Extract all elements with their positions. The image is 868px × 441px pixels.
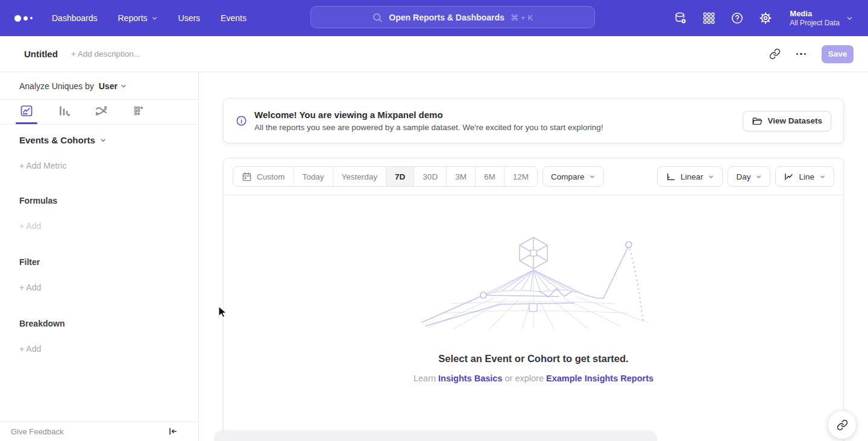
project-scope: All Project Data [790, 19, 840, 28]
global-search-input[interactable]: Open Reports & Dashboards ⌘ + K [310, 6, 595, 28]
nav-label: Events [221, 13, 247, 23]
folder-icon [752, 116, 763, 127]
range-label: Today [303, 172, 324, 181]
chart-card: Custom Today Yesterday 7D 30D 3M 6M 12M … [223, 158, 844, 441]
range-7d[interactable]: 7D [386, 167, 414, 186]
section-heading: Formulas [19, 196, 57, 205]
compare-dropdown[interactable]: Compare [542, 166, 605, 187]
visualization-tabs [0, 100, 198, 125]
bar-chart-icon [57, 104, 71, 118]
section-formulas: Formulas [19, 196, 198, 205]
section-heading: Breakdown [19, 319, 64, 328]
empty-state: Select an Event or Cohort to get started… [224, 195, 843, 383]
banner-title: Welcome! You are viewing a Mixpanel demo [254, 110, 603, 120]
report-title[interactable]: Untitled [24, 49, 58, 59]
mixpanel-logo-icon[interactable] [14, 15, 33, 22]
section-events-cohorts[interactable]: Events & Cohorts [19, 135, 198, 145]
range-label: 12M [513, 172, 529, 181]
section-heading: Events & Cohorts [19, 135, 95, 145]
range-yesterday[interactable]: Yesterday [333, 167, 386, 186]
range-30d[interactable]: 30D [414, 167, 446, 186]
analyze-by-dropdown[interactable]: User [99, 81, 127, 91]
add-breakdown-button[interactable]: + Add [19, 344, 198, 354]
calendar-icon [242, 172, 252, 182]
chart-type-dropdown[interactable]: Line [775, 166, 834, 187]
range-3m[interactable]: 3M [446, 167, 475, 186]
save-button[interactable]: Save [822, 45, 854, 63]
data-management-icon[interactable] [674, 11, 687, 25]
interval-dropdown[interactable]: Day [728, 166, 770, 187]
demo-banner: Welcome! You are viewing a Mixpanel demo… [223, 98, 844, 143]
line-chart-icon [784, 172, 794, 182]
apps-grid-icon[interactable] [702, 11, 715, 25]
analyze-prefix: Analyze Uniques by [19, 81, 94, 91]
range-today[interactable]: Today [294, 167, 333, 186]
nav-item-dashboards[interactable]: Dashboards [52, 13, 98, 23]
nav-label: Reports [118, 13, 148, 23]
chevron-down-icon [589, 174, 596, 180]
nav-item-reports[interactable]: Reports [118, 13, 158, 23]
tab-bar-chart[interactable] [57, 104, 81, 124]
tab-retention[interactable] [131, 104, 156, 124]
nav-item-events[interactable]: Events [221, 13, 247, 23]
report-header: Untitled + Add description... Save [0, 36, 868, 72]
search-placeholder: Open Reports & Dashboards [389, 13, 504, 22]
range-6m[interactable]: 6M [475, 167, 504, 186]
add-description-field[interactable]: + Add description... [71, 49, 140, 58]
range-label: 3M [455, 172, 467, 181]
flow-icon [94, 104, 108, 118]
learn-prefix: Learn [414, 374, 436, 383]
section-heading: Filter [19, 257, 40, 267]
nav-item-users[interactable]: Users [178, 13, 201, 23]
settings-gear-icon[interactable] [759, 11, 772, 25]
tab-flow[interactable] [94, 104, 118, 124]
view-datasets-label: View Datasets [767, 116, 822, 125]
bottom-panel-edge[interactable] [214, 431, 657, 441]
nav-label: Dashboards [52, 13, 98, 23]
chevron-down-icon [755, 174, 762, 180]
chevron-down-icon [151, 15, 158, 22]
range-custom[interactable]: Custom [233, 167, 294, 186]
info-icon [236, 115, 247, 127]
range-label: Custom [257, 172, 285, 181]
copy-link-icon[interactable] [769, 48, 781, 60]
range-label: 30D [423, 172, 438, 181]
retention-dots-icon [131, 104, 146, 118]
search-shortcut: ⌘ + K [511, 13, 533, 22]
tab-insights-line[interactable] [19, 104, 43, 124]
floating-link-button[interactable] [828, 410, 857, 439]
give-feedback-link[interactable]: Give Feedback [11, 427, 63, 436]
range-label: 6M [484, 172, 495, 181]
empty-state-title: Select an Event or Cohort to get started… [438, 353, 628, 364]
add-metric-button[interactable]: + Add Metric [19, 161, 198, 170]
example-reports-link[interactable]: Example Insights Reports [546, 374, 653, 383]
view-datasets-button[interactable]: View Datasets [743, 111, 831, 131]
help-icon[interactable] [731, 11, 744, 25]
add-filter-button[interactable]: + Add [19, 283, 198, 292]
more-options-button[interactable] [796, 53, 807, 55]
section-filter: Filter [19, 257, 198, 267]
top-nav: Dashboards Reports Users Events Open Rep… [0, 0, 868, 36]
chevron-down-icon [120, 83, 127, 90]
insights-line-icon [19, 104, 34, 118]
sidebar-footer: Give Feedback [0, 421, 198, 441]
range-label: 7D [395, 172, 405, 181]
range-label: Yesterday [342, 172, 378, 181]
scale-dropdown[interactable]: Linear [657, 166, 723, 187]
project-name: Media [790, 9, 840, 19]
empty-state-subtitle: Learn Insights Basics or explore Example… [414, 374, 653, 383]
chart-type-label: Line [799, 172, 814, 181]
add-formula-button[interactable]: + Add [19, 221, 198, 231]
primary-nav: Dashboards Reports Users Events [52, 13, 247, 23]
project-switcher[interactable]: Media All Project Data [790, 9, 854, 28]
analyze-value: User [99, 81, 118, 91]
scale-label: Linear [681, 172, 703, 181]
range-12m[interactable]: 12M [504, 167, 537, 186]
analyze-row: Analyze Uniques by User [0, 72, 198, 100]
nav-label: Users [178, 13, 201, 23]
linear-axis-icon [665, 172, 676, 182]
insights-basics-link[interactable]: Insights Basics [438, 374, 502, 383]
collapse-sidebar-icon[interactable] [168, 427, 178, 436]
banner-body: All the reports you see are powered by a… [254, 123, 603, 132]
empty-state-illustration [416, 233, 651, 329]
